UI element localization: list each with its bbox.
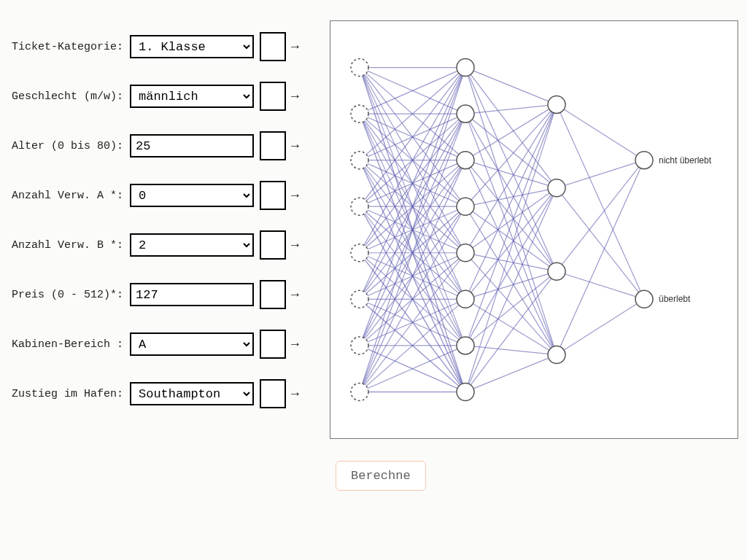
normalized-verwA: [260, 181, 286, 210]
svg-line-97: [557, 104, 644, 299]
hidden-node: [457, 290, 474, 308]
arrow-icon: →: [291, 90, 299, 103]
svg-line-101: [557, 271, 644, 299]
input-row-age: Alter (0 bis 80):→: [12, 131, 318, 160]
hidden-node: [548, 346, 565, 364]
arrow-icon: →: [291, 338, 299, 351]
normalized-port: [260, 379, 286, 408]
svg-line-103: [557, 299, 644, 354]
input-node: [351, 59, 368, 77]
label-verwB: Anzahl Verw. B *:: [12, 239, 130, 252]
field-price[interactable]: [130, 283, 254, 306]
input-row-sex: Geschlecht (m/w):männlich→: [12, 82, 318, 111]
arrow-icon: →: [291, 189, 299, 202]
svg-line-75: [465, 160, 557, 355]
svg-line-83: [465, 253, 557, 355]
svg-line-84: [465, 104, 557, 299]
field-cabin[interactable]: A: [130, 332, 254, 356]
normalized-age: [260, 131, 286, 160]
input-form: Ticket-Kategorie:1. Klasse→Geschlecht (m…: [12, 32, 318, 429]
input-row-port: Zustieg im Hafen:Southampton→: [12, 379, 318, 408]
field-port[interactable]: Southampton: [130, 382, 254, 405]
output-label: überlebt: [659, 294, 691, 304]
input-row-ticket: Ticket-Kategorie:1. Klasse→: [12, 32, 318, 61]
hidden-node: [457, 383, 474, 400]
label-ticket: Ticket-Kategorie:: [12, 41, 130, 53]
arrow-icon: →: [291, 387, 299, 400]
svg-line-88: [465, 104, 557, 345]
arrow-icon: →: [291, 288, 299, 301]
svg-line-100: [557, 160, 644, 272]
label-sex: Geschlecht (m/w):: [12, 90, 130, 103]
hidden-node: [457, 105, 474, 122]
hidden-node: [548, 96, 565, 113]
field-sex[interactable]: männlich: [130, 85, 254, 108]
arrow-icon: →: [291, 238, 299, 252]
hidden-node: [548, 179, 565, 197]
label-verwA: Anzahl Verw. A *:: [12, 190, 130, 202]
hidden-node: [457, 337, 474, 354]
normalized-verwB: [260, 230, 286, 260]
hidden-node: [457, 152, 474, 169]
svg-line-98: [557, 160, 644, 188]
svg-line-79: [465, 206, 557, 354]
svg-line-99: [557, 188, 644, 300]
input-row-price: Preis (0 - 512)*:→: [12, 280, 318, 309]
label-price: Preis (0 - 512)*:: [12, 289, 130, 301]
svg-line-102: [557, 160, 644, 355]
output-node: [635, 290, 653, 308]
field-verwA[interactable]: 0: [130, 184, 254, 207]
input-row-cabin: Kabinen-Bereich :A→: [12, 330, 318, 359]
input-node: [351, 152, 368, 169]
normalized-sex: [260, 82, 286, 111]
svg-line-71: [465, 114, 557, 354]
neural-network-diagram: nicht überlebtüberlebt: [330, 20, 738, 439]
output-label: nicht überlebt: [659, 155, 712, 166]
input-node: [351, 105, 368, 122]
svg-line-73: [465, 160, 557, 188]
svg-line-72: [465, 104, 557, 160]
hidden-node: [548, 262, 565, 280]
hidden-node: [457, 244, 474, 262]
input-node: [351, 337, 368, 354]
input-node: [351, 290, 368, 308]
label-port: Zustieg im Hafen:: [12, 388, 130, 400]
label-cabin: Kabinen-Bereich :: [12, 338, 130, 351]
input-row-verwA: Anzahl Verw. A *:0→: [12, 181, 318, 210]
svg-line-96: [557, 104, 644, 160]
input-node: [351, 198, 368, 215]
svg-line-87: [465, 299, 557, 354]
field-ticket[interactable]: 1. Klasse: [130, 35, 254, 58]
input-node: [351, 383, 368, 400]
label-age: Alter (0 bis 80):: [12, 140, 130, 152]
field-verwB[interactable]: 2: [130, 233, 254, 257]
input-row-verwB: Anzahl Verw. B *:2→: [12, 230, 318, 260]
hidden-node: [457, 198, 474, 215]
input-node: [351, 244, 368, 262]
arrow-icon: →: [291, 40, 299, 53]
output-node: [635, 152, 653, 169]
normalized-cabin: [260, 330, 286, 359]
field-age[interactable]: [130, 134, 254, 158]
normalized-ticket: [260, 32, 286, 61]
svg-line-80: [465, 104, 557, 252]
svg-line-86: [465, 271, 557, 299]
hidden-node: [457, 59, 474, 77]
arrow-icon: →: [291, 139, 299, 152]
normalized-price: [260, 280, 286, 309]
compute-button[interactable]: Berechne: [336, 461, 426, 491]
